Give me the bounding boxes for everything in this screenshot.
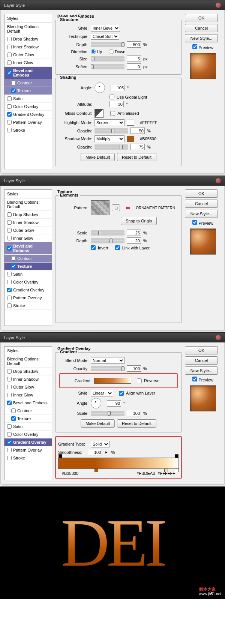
style-gradient-overlay[interactable]: Gradient Overlay — [4, 111, 52, 119]
grad-scale-slider[interactable] — [91, 411, 124, 416]
cancel-button[interactable]: Cancel — [185, 356, 218, 365]
new-style-button[interactable]: New Style... — [185, 366, 218, 375]
gradient-group: Gradient Blend Mode:Normal Opacity:% Gra… — [55, 352, 182, 432]
tex-depth-slider[interactable] — [91, 238, 124, 243]
color-stop[interactable] — [164, 468, 168, 472]
dialog-title: Layer Style — [4, 3, 25, 8]
bevel-style-select[interactable]: Inner Bevel — [91, 25, 120, 32]
new-style-button[interactable]: New Style... — [185, 210, 218, 218]
depth-slider[interactable] — [91, 42, 124, 47]
color-stop[interactable] — [175, 468, 178, 472]
angle-input[interactable] — [107, 400, 121, 407]
grad-style-select[interactable]: Linear — [91, 390, 113, 396]
tex-scale-slider[interactable] — [91, 230, 124, 236]
style-inner-shadow[interactable]: Inner Shadow — [4, 43, 52, 51]
titlebar: Layer Style — [0, 176, 225, 186]
style-pattern-overlay[interactable]: Pattern Overlay — [4, 119, 52, 126]
make-default-button[interactable]: Make Default — [81, 419, 115, 428]
grad-opacity-slider[interactable] — [91, 366, 124, 371]
shading-group: Shading Angle: ° Use Global Light Altitu… — [55, 78, 182, 166]
soften-slider[interactable] — [91, 64, 124, 69]
size-slider[interactable] — [91, 56, 124, 62]
ok-button[interactable]: OK — [185, 346, 218, 354]
style-outer-glow[interactable]: Outer Glow — [4, 51, 52, 59]
style-gradient-overlay[interactable]: Gradient Overlay — [4, 438, 52, 446]
style-drop-shadow[interactable]: Drop Shadow — [4, 35, 52, 43]
styles-panel: Styles Blending Options: Default Drop Sh… — [4, 189, 52, 326]
structure-group: Structure Style:Inner Bevel Technique:Ch… — [55, 20, 182, 75]
tex-scale-input[interactable] — [127, 230, 141, 236]
close-icon[interactable] — [216, 335, 221, 340]
arrow-icon: ⬅ — [126, 205, 130, 211]
ok-button[interactable]: OK — [185, 14, 218, 22]
blending-options[interactable]: Blending Options: Default — [4, 23, 52, 35]
depth-input[interactable] — [127, 41, 141, 48]
new-style-button[interactable]: New Style... — [185, 34, 218, 42]
gradient-editor: Gradient Type: Solid Smoothness: ▸ % #B3… — [55, 436, 182, 479]
sh-opacity-input[interactable] — [130, 144, 145, 150]
dir-up-radio[interactable] — [91, 49, 96, 54]
pattern-picker[interactable] — [91, 200, 110, 215]
invert-checkbox[interactable] — [91, 245, 96, 250]
style-texture[interactable]: Texture — [4, 87, 52, 95]
make-default-button[interactable]: Make Default — [81, 153, 115, 161]
dir-down-radio[interactable] — [109, 49, 114, 54]
styles-panel: Styles Blending Options: Default Drop Sh… — [4, 14, 52, 169]
preview-checkbox[interactable] — [192, 377, 197, 381]
hi-opacity-input[interactable] — [130, 128, 145, 134]
style-stroke[interactable]: Stroke — [4, 126, 52, 134]
grad-opacity-input[interactable] — [127, 365, 141, 372]
preview-swatch — [190, 53, 216, 79]
technique-select[interactable]: Chisel Soft — [91, 33, 119, 40]
gloss-contour-picker[interactable] — [94, 109, 104, 118]
angle-dial[interactable] — [94, 83, 105, 93]
altitude-input[interactable] — [110, 101, 124, 107]
style-contour[interactable]: Contour — [4, 79, 52, 87]
style-bevel-emboss[interactable]: Bevel and Emboss — [4, 242, 52, 255]
preview-swatch — [190, 385, 216, 411]
gradient-picker[interactable] — [94, 378, 131, 384]
gradient-bar[interactable] — [58, 458, 179, 469]
global-light-checkbox[interactable] — [110, 95, 114, 99]
opacity-stop[interactable] — [175, 454, 178, 458]
preview-checkbox[interactable] — [192, 220, 197, 225]
gradient-type-select[interactable]: Solid — [91, 441, 110, 447]
angle-input[interactable] — [111, 85, 125, 91]
size-input[interactable] — [127, 56, 141, 62]
blend-mode-select[interactable]: Normal — [91, 357, 124, 364]
soften-input[interactable] — [127, 63, 141, 70]
opacity-stop[interactable] — [58, 454, 62, 458]
antialiased-checkbox[interactable] — [110, 111, 115, 116]
cancel-button[interactable]: Cancel — [185, 200, 218, 208]
hi-opacity-slider[interactable] — [94, 128, 128, 134]
highlight-color-swatch[interactable] — [127, 120, 134, 126]
align-layer-checkbox[interactable] — [119, 391, 124, 396]
ok-button[interactable]: OK — [185, 189, 218, 198]
smoothness-input[interactable] — [88, 449, 102, 455]
layer-style-dialog-bevel: Layer Style Styles Blending Options: Def… — [0, 0, 225, 173]
shadow-mode-select[interactable]: Multiply — [94, 135, 124, 142]
style-color-overlay[interactable]: Color Overlay — [4, 103, 52, 111]
reset-default-button[interactable]: Reset to Default — [117, 153, 156, 161]
close-icon[interactable] — [216, 178, 221, 183]
link-layer-checkbox[interactable] — [115, 245, 120, 250]
style-texture[interactable]: Texture — [4, 263, 52, 270]
snap-origin-button[interactable]: Snap to Origin — [121, 217, 157, 225]
reverse-checkbox[interactable] — [137, 378, 142, 383]
highlight-mode-select[interactable]: Screen — [94, 119, 124, 126]
cancel-button[interactable]: Cancel — [185, 24, 218, 32]
close-icon[interactable] — [216, 3, 221, 8]
styles-panel: Styles Blending Options: Default Drop Sh… — [4, 346, 52, 480]
style-bevel-emboss[interactable]: Bevel and Emboss — [4, 67, 52, 79]
color-stop[interactable] — [94, 468, 98, 472]
style-satin[interactable]: Satin — [4, 95, 52, 103]
reset-default-button[interactable]: Reset to Default — [117, 419, 156, 428]
new-preset-button[interactable]: ⊡ — [112, 204, 120, 211]
shadow-color-swatch[interactable] — [127, 136, 134, 142]
angle-dial[interactable] — [91, 398, 101, 408]
tex-depth-input[interactable] — [127, 237, 141, 244]
preview-checkbox[interactable] — [192, 44, 197, 49]
style-inner-glow[interactable]: Inner Glow — [4, 59, 52, 67]
grad-scale-input[interactable] — [127, 410, 141, 416]
sh-opacity-slider[interactable] — [94, 144, 128, 150]
